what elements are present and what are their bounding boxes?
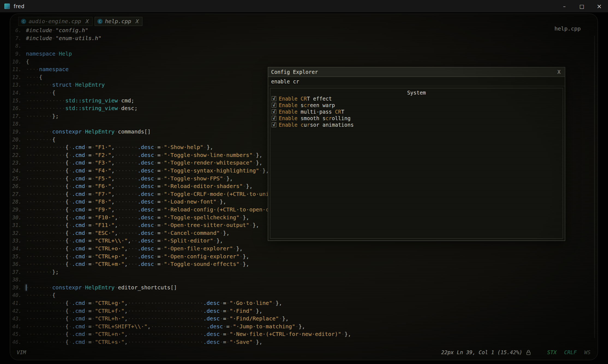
code-token: , [128,237,131,244]
code-token: ······· [115,198,137,205]
config-search-input[interactable]: enable cr [268,77,565,86]
code-token: = [223,308,226,314]
code-token: "·Toggle·sound·effects" [164,261,239,267]
code-line[interactable]: 7.#include·"enum-utils.h" [10,34,598,42]
code-token: }, [282,315,289,322]
code-token: ············ [26,105,65,111]
config-item[interactable]: √Enable cursor animations [270,122,563,128]
code-token: .desc [137,237,154,244]
minimize-button[interactable]: – [556,0,573,12]
code-token: = [88,253,92,260]
code-token: · [69,191,72,197]
code-token: }; [52,113,59,119]
checkbox-checked-icon[interactable]: √ [272,116,276,121]
code-token: .cmd [72,323,85,330]
code-token: · [226,300,230,306]
line-number: 12. [10,74,24,80]
code-token: · [154,144,157,150]
code-text: ············{·.cmd·=·"F6·",·······.desc·… [26,183,253,189]
editor-scrollbar[interactable] [594,36,595,338]
code-token: { [65,214,69,221]
code-token: ······· [115,159,137,166]
tab-close-icon[interactable]: X [86,18,89,25]
code-line[interactable]: 42.············{·.cmd·=·"CTRL+f·",······… [10,307,598,315]
code-token: · [52,35,55,41]
code-line[interactable]: 40.········{ [10,291,598,299]
code-line[interactable]: 6.#include·"config.h" [10,26,598,34]
code-line[interactable]: 43.············{·.cmd·=·"CTRL+h·",······… [10,315,598,323]
code-token: ········ [26,284,52,291]
code-token: .desc [137,175,154,182]
code-line[interactable]: 9.namespace·Help [10,50,598,58]
code-token: "ESC·" [95,230,115,236]
popup-close-icon[interactable]: X [556,69,562,75]
code-token: · [69,323,72,330]
checkbox-checked-icon[interactable]: √ [272,96,276,101]
code-token: = [88,198,92,205]
config-item[interactable]: √Enable screen warp [270,102,563,108]
code-token: · [69,183,72,189]
code-token: .cmd [72,230,85,236]
code-token: ············ [26,261,65,267]
code-token: · [92,206,95,213]
code-token: ···· [26,66,39,72]
tab-close-icon[interactable]: X [136,18,139,25]
code-line[interactable]: 38. [10,276,598,284]
code-token: , [115,214,118,221]
code-token: · [154,152,157,158]
config-item-text: Enable [279,122,301,128]
code-token: · [154,198,157,205]
config-item[interactable]: √Enable CRT effect [270,95,563,102]
code-line[interactable]: 8. [10,42,598,50]
tab-help.cpp[interactable]: Chelp.cppX [95,17,142,26]
code-token: "·Toggle·show·FPS" [164,175,223,182]
code-token: · [92,222,95,228]
code-line[interactable]: 39.········constexpr·HelpEntry·editor_sh… [10,284,598,292]
code-token: ············ [26,323,65,330]
code-token: · [69,214,72,221]
code-token: ············ [26,245,65,252]
code-line[interactable]: 36.············{·.cmd·=·"CTRL+m·",···.de… [10,260,598,268]
code-token: = [157,159,161,166]
code-line[interactable]: 46.············{·.cmd·=·"CTRL+s·",······… [10,338,598,346]
code-token: }, [253,222,259,228]
code-line[interactable]: 37.········}; [10,268,598,276]
code-token: · [92,144,95,150]
code-token: · [69,198,72,205]
code-line[interactable]: 41.············{·.cmd·=·"CTRL+g·",······… [10,299,598,307]
code-line[interactable]: 34.············{·.cmd·=·"CTRL+o·",···.de… [10,245,598,253]
code-text: ········struct·HelpEntry [26,81,105,88]
code-line[interactable]: 10.{ [10,57,598,65]
code-token: · [243,183,246,189]
code-token: · [220,315,223,322]
code-token: · [154,261,157,267]
code-token: , [124,300,128,306]
config-item[interactable]: √Enable smooth scrolling [270,115,563,122]
code-line[interactable]: 44.············{·.cmd·=·"CTRL+SHIFT+\\·"… [10,323,598,330]
checkbox-checked-icon[interactable]: √ [272,109,276,114]
line-number: 40. [10,292,24,298]
line-number: 21. [10,144,24,150]
config-item[interactable]: √Enable multi-pass CRT [270,108,563,115]
code-token: .desc [137,191,154,197]
code-token: .cmd [72,191,85,197]
lock-icon [526,350,531,355]
code-token: editor_shortcuts [118,284,170,291]
code-line[interactable]: 35.············{·.cmd·=·"CTRL+p·",···.de… [10,252,598,260]
close-button[interactable]: × [591,0,608,12]
code-token: .cmd [72,214,85,221]
code-token: ······················· [128,300,203,306]
code-token: · [85,339,88,345]
checkbox-checked-icon[interactable]: √ [272,103,276,108]
code-line[interactable]: 45.············{·.cmd·=·"CTRL+n·",······… [10,330,598,338]
checkbox-checked-icon[interactable]: √ [272,122,276,127]
code-token: = [88,230,92,236]
code-token: , [111,191,115,197]
code-token: · [226,339,230,345]
code-token: · [72,81,75,88]
code-token: · [92,237,95,244]
code-token: · [92,245,95,252]
tab-audio-engine.cpp[interactable]: Caudio-engine.cppX [18,17,92,26]
config-item-text: sor animations [310,122,354,128]
maximize-button[interactable]: □ [573,0,591,12]
